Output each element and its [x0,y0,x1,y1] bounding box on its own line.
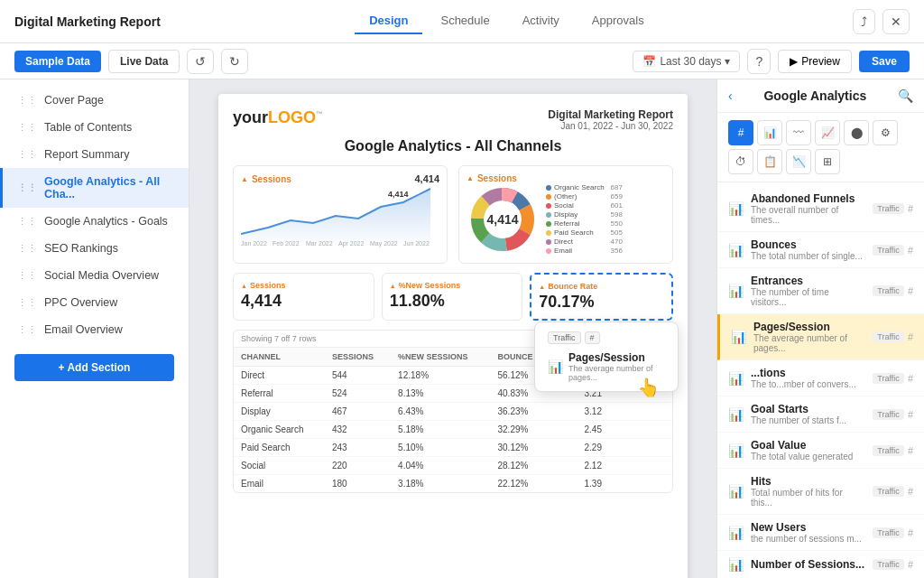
metric-item-bounces[interactable]: 📊 Bounces The total number of single... … [717,232,924,268]
save-button[interactable]: Save [859,51,910,72]
table-cell: 2.12 [578,457,673,475]
add-section-button[interactable]: + Add Section [14,354,174,381]
metric-tag: Traffic [873,373,904,384]
metric-info: Bounces The total number of single... [751,238,865,261]
metric-tag: Traffic [873,409,904,420]
clock-icon[interactable]: ⏱ [728,149,753,174]
grid-icon[interactable]: ⊞ [815,149,840,174]
live-data-button[interactable]: Live Data [108,50,180,73]
icon-grid: #📊〰📈⬤⚙⏱📋📉⊞ [717,113,924,182]
metric-item-new-users[interactable]: 📊 New Users the number of sessions m... … [717,515,924,551]
sample-data-button[interactable]: Sample Data [14,51,101,72]
svg-text:Jun 2022: Jun 2022 [403,240,430,247]
tab-design[interactable]: Design [355,8,422,34]
metric-info: Entrances The number of time visitors... [751,275,865,307]
back-button[interactable]: ‹ [728,89,733,103]
date-range-picker[interactable]: 📅 Last 30 days ▾ [633,51,740,72]
bar-chart-icon[interactable]: 📊 [757,120,782,145]
table-cell: 467 [325,403,391,421]
right-panel-header: ‹ Google Analytics 🔍 [717,79,924,113]
metric-hash[interactable]: # [908,445,913,456]
metric-hash[interactable]: # [908,527,913,538]
metric-hash[interactable]: # [908,285,913,296]
metric-tags: Traffic # [873,559,913,570]
line-chart-box: Sessions 4,414 [233,165,448,264]
logo: yourLOGO™ [233,108,323,127]
table-cell: 3.18% [391,475,490,493]
circle-icon[interactable]: ⬤ [844,120,869,145]
metric-hash[interactable]: # [908,373,913,384]
tab-schedule[interactable]: Schedule [426,8,504,34]
metric-tag: Traffic [873,331,904,342]
stat-bounce-rate-label: Bounce Rate [539,282,664,291]
metric-tags: Traffic # [873,285,913,296]
svg-text:Apr 2022: Apr 2022 [338,240,365,247]
search-icon[interactable]: 🔍 [898,89,913,103]
metric-info: Goal Starts The number of starts f... [751,403,865,425]
metric-item-hits[interactable]: 📊 Hits Total number of hits for this... … [717,469,924,515]
close-button[interactable]: ✕ [882,9,910,34]
line-chart-icon[interactable]: 📈 [815,120,840,145]
drag-icon: ⋮⋮ [17,182,37,194]
table-cell: 2.29 [578,439,673,457]
sidebar-item-cover[interactable]: ⋮⋮ Cover Page [0,87,189,114]
table-icon[interactable]: 📋 [757,149,782,174]
svg-text:Mar 2022: Mar 2022 [306,240,333,247]
drag-icon: ⋮⋮ [17,243,37,255]
metric-desc: The number of starts f... [751,415,865,425]
metric-item-goal-value[interactable]: 📊 Goal Value The total value generated T… [717,433,924,469]
metric-chart-icon: 📊 [728,201,744,216]
metric-tag: Traffic [873,285,904,296]
metric-name: Bounces [751,238,865,251]
tab-approvals[interactable]: Approvals [578,8,659,34]
metric-chart-icon: 📊 [728,526,744,540]
gear-icon[interactable]: ⚙ [873,120,898,145]
sidebar-item-ppc[interactable]: ⋮⋮ PPC Overview [0,289,189,316]
sidebar-item-summary[interactable]: ⋮⋮ Report Summary [0,141,189,168]
stat-sessions: Sessions 4,414 [233,273,374,321]
metric-hash[interactable]: # [908,203,913,214]
metric-hash[interactable]: # [908,486,913,497]
line-chart-peak: 4,414 [414,173,439,184]
metric-name: Goal Starts [751,403,865,415]
table-cell: Paid Search [234,439,325,457]
metric-item-conversions[interactable]: 📊 ...tions The to...mber of convers... T… [717,360,924,396]
sidebar-item-ga-all[interactable]: ⋮⋮ Google Analytics - All Cha... [0,168,189,208]
metric-item-entrances[interactable]: 📊 Entrances The number of time visitors.… [717,268,924,314]
area-chart-icon[interactable]: 📉 [786,149,811,174]
report-main-title: Google Analytics - All Channels [233,138,673,154]
wave-icon[interactable]: 〰 [786,120,811,145]
metric-chart-icon: 📊 [731,330,746,344]
metric-item-abandoned-funnels[interactable]: 📊 Abandoned Funnels The overall number o… [717,186,924,232]
metric-item-pages-session[interactable]: 📊 Pages/Session The average number of pa… [717,314,924,360]
legend-item: Organic Search687 [546,183,623,191]
drag-icon: ⋮⋮ [17,95,37,107]
metric-hash[interactable]: # [908,331,913,342]
help-button[interactable]: ? [747,49,771,74]
share-button[interactable]: ⤴ [853,9,875,34]
tab-activity[interactable]: Activity [508,8,574,34]
table-row: Social2204.04%28.12%2.12 [234,457,672,475]
sidebar-item-ga-goals[interactable]: ⋮⋮ Google Analytics - Goals [0,208,189,235]
metric-hash[interactable]: # [908,245,913,256]
sidebar-item-toc[interactable]: ⋮⋮ Table of Contents [0,114,189,141]
metric-chart-icon: 📊 [728,407,744,422]
metric-info: Number of Sessions... [751,558,865,571]
right-panel: ‹ Google Analytics 🔍 #📊〰📈⬤⚙⏱📋📉⊞ 📊 Abando… [716,79,924,578]
metric-name: ...tions [751,367,865,379]
table-cell: 220 [325,457,391,475]
preview-button[interactable]: ▶ Preview [778,50,852,73]
metric-name: Number of Sessions... [751,558,865,571]
metric-info: Abandoned Funnels The overall number of … [751,192,865,225]
metric-hash[interactable]: # [908,409,913,420]
redo-button[interactable]: ↻ [221,49,248,74]
stat-new-sessions: %New Sessions 11.80% [382,273,523,321]
sidebar-item-seo[interactable]: ⋮⋮ SEO Rankings [0,235,189,262]
metric-hash[interactable]: # [908,559,913,570]
sidebar-item-email[interactable]: ⋮⋮ Email Overview [0,316,189,343]
metric-item-number-of-sessions[interactable]: 📊 Number of Sessions... Traffic # [717,551,924,578]
metric-item-goal-starts[interactable]: 📊 Goal Starts The number of starts f... … [717,396,924,433]
sidebar-item-social[interactable]: ⋮⋮ Social Media Overview [0,262,189,289]
undo-button[interactable]: ↺ [187,49,214,74]
hash-icon[interactable]: # [728,120,753,145]
